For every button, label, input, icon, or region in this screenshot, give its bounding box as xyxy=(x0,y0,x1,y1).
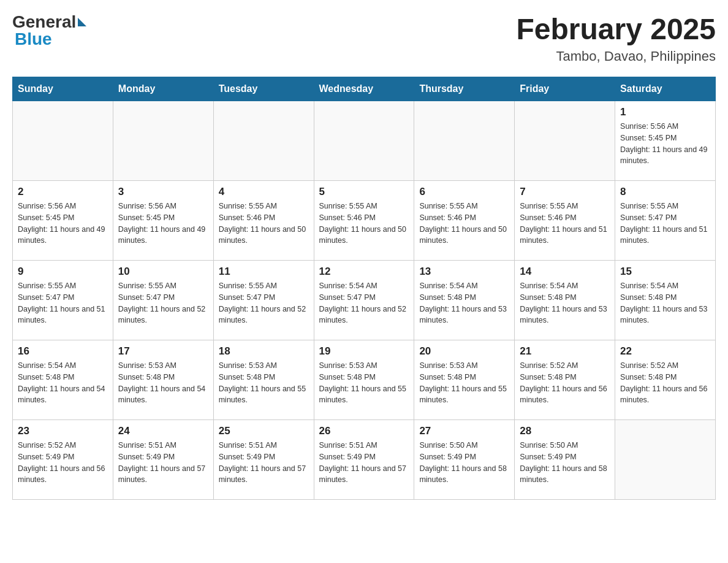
calendar-cell: 4Sunrise: 5:55 AM Sunset: 5:46 PM Daylig… xyxy=(213,181,314,261)
day-number: 1 xyxy=(620,106,710,118)
calendar-table: Sunday Monday Tuesday Wednesday Thursday… xyxy=(12,77,716,500)
day-info: Sunrise: 5:55 AM Sunset: 5:47 PM Dayligh… xyxy=(219,280,309,326)
day-number: 21 xyxy=(520,345,610,358)
calendar-cell: 6Sunrise: 5:55 AM Sunset: 5:46 PM Daylig… xyxy=(414,181,515,261)
day-info: Sunrise: 5:51 AM Sunset: 5:49 PM Dayligh… xyxy=(219,440,309,486)
header-wednesday: Wednesday xyxy=(314,77,414,101)
header-friday: Friday xyxy=(515,77,615,101)
calendar-cell: 20Sunrise: 5:53 AM Sunset: 5:48 PM Dayli… xyxy=(414,340,515,420)
day-number: 17 xyxy=(118,345,208,358)
day-number: 26 xyxy=(319,425,409,437)
calendar-cell: 25Sunrise: 5:51 AM Sunset: 5:49 PM Dayli… xyxy=(213,420,314,500)
calendar-cell: 27Sunrise: 5:50 AM Sunset: 5:49 PM Dayli… xyxy=(414,420,515,500)
day-info: Sunrise: 5:56 AM Sunset: 5:45 PM Dayligh… xyxy=(118,201,208,247)
day-info: Sunrise: 5:53 AM Sunset: 5:48 PM Dayligh… xyxy=(419,360,509,406)
day-info: Sunrise: 5:53 AM Sunset: 5:48 PM Dayligh… xyxy=(118,360,208,406)
day-number: 4 xyxy=(219,186,309,198)
calendar-week-row: 2Sunrise: 5:56 AM Sunset: 5:45 PM Daylig… xyxy=(13,181,716,261)
calendar-cell: 28Sunrise: 5:50 AM Sunset: 5:49 PM Dayli… xyxy=(515,420,615,500)
calendar-cell: 15Sunrise: 5:54 AM Sunset: 5:48 PM Dayli… xyxy=(615,261,716,340)
day-number: 19 xyxy=(319,345,409,358)
day-number: 20 xyxy=(419,345,509,358)
day-number: 9 xyxy=(18,266,108,278)
day-number: 11 xyxy=(219,266,309,278)
day-number: 16 xyxy=(18,345,108,358)
day-number: 5 xyxy=(319,186,409,198)
calendar-cell: 16Sunrise: 5:54 AM Sunset: 5:48 PM Dayli… xyxy=(13,340,113,420)
calendar-cell: 3Sunrise: 5:56 AM Sunset: 5:45 PM Daylig… xyxy=(113,181,213,261)
calendar-week-row: 9Sunrise: 5:55 AM Sunset: 5:47 PM Daylig… xyxy=(13,261,716,340)
day-info: Sunrise: 5:52 AM Sunset: 5:49 PM Dayligh… xyxy=(18,440,108,486)
day-number: 8 xyxy=(620,186,710,198)
day-info: Sunrise: 5:55 AM Sunset: 5:46 PM Dayligh… xyxy=(419,201,509,247)
day-info: Sunrise: 5:51 AM Sunset: 5:49 PM Dayligh… xyxy=(118,440,208,486)
calendar-cell: 11Sunrise: 5:55 AM Sunset: 5:47 PM Dayli… xyxy=(213,261,314,340)
day-info: Sunrise: 5:52 AM Sunset: 5:48 PM Dayligh… xyxy=(620,360,710,406)
day-number: 10 xyxy=(118,266,208,278)
calendar-cell xyxy=(314,101,414,181)
header-thursday: Thursday xyxy=(414,77,515,101)
day-info: Sunrise: 5:54 AM Sunset: 5:48 PM Dayligh… xyxy=(620,280,710,326)
header-monday: Monday xyxy=(113,77,213,101)
title-area: February 2025 Tambo, Davao, Philippines xyxy=(516,12,716,64)
calendar-week-row: 1Sunrise: 5:56 AM Sunset: 5:45 PM Daylig… xyxy=(13,101,716,181)
day-number: 23 xyxy=(18,425,108,437)
header-tuesday: Tuesday xyxy=(213,77,314,101)
calendar-week-row: 16Sunrise: 5:54 AM Sunset: 5:48 PM Dayli… xyxy=(13,340,716,420)
day-number: 28 xyxy=(520,425,610,437)
day-info: Sunrise: 5:53 AM Sunset: 5:48 PM Dayligh… xyxy=(319,360,409,406)
calendar-cell: 9Sunrise: 5:55 AM Sunset: 5:47 PM Daylig… xyxy=(13,261,113,340)
logo: General Blue xyxy=(12,12,86,49)
calendar-cell xyxy=(615,420,716,500)
day-number: 15 xyxy=(620,266,710,278)
day-number: 13 xyxy=(419,266,509,278)
day-info: Sunrise: 5:54 AM Sunset: 5:48 PM Dayligh… xyxy=(520,280,610,326)
calendar-cell: 2Sunrise: 5:56 AM Sunset: 5:45 PM Daylig… xyxy=(13,181,113,261)
calendar-cell: 8Sunrise: 5:55 AM Sunset: 5:47 PM Daylig… xyxy=(615,181,716,261)
calendar-cell: 24Sunrise: 5:51 AM Sunset: 5:49 PM Dayli… xyxy=(113,420,213,500)
day-info: Sunrise: 5:51 AM Sunset: 5:49 PM Dayligh… xyxy=(319,440,409,486)
calendar-cell xyxy=(414,101,515,181)
calendar-cell: 12Sunrise: 5:54 AM Sunset: 5:47 PM Dayli… xyxy=(314,261,414,340)
day-number: 7 xyxy=(520,186,610,198)
weekday-header-row: Sunday Monday Tuesday Wednesday Thursday… xyxy=(13,77,716,101)
day-info: Sunrise: 5:50 AM Sunset: 5:49 PM Dayligh… xyxy=(419,440,509,486)
day-info: Sunrise: 5:54 AM Sunset: 5:47 PM Dayligh… xyxy=(319,280,409,326)
day-info: Sunrise: 5:55 AM Sunset: 5:47 PM Dayligh… xyxy=(18,280,108,326)
calendar-cell: 10Sunrise: 5:55 AM Sunset: 5:47 PM Dayli… xyxy=(113,261,213,340)
page-header: General Blue February 2025 Tambo, Davao,… xyxy=(12,12,716,64)
day-info: Sunrise: 5:55 AM Sunset: 5:46 PM Dayligh… xyxy=(219,201,309,247)
calendar-cell xyxy=(13,101,113,181)
calendar-cell: 17Sunrise: 5:53 AM Sunset: 5:48 PM Dayli… xyxy=(113,340,213,420)
calendar-cell xyxy=(213,101,314,181)
day-info: Sunrise: 5:55 AM Sunset: 5:46 PM Dayligh… xyxy=(319,201,409,247)
calendar-cell: 5Sunrise: 5:55 AM Sunset: 5:46 PM Daylig… xyxy=(314,181,414,261)
calendar-cell: 23Sunrise: 5:52 AM Sunset: 5:49 PM Dayli… xyxy=(13,420,113,500)
day-info: Sunrise: 5:56 AM Sunset: 5:45 PM Dayligh… xyxy=(620,121,710,167)
day-info: Sunrise: 5:50 AM Sunset: 5:49 PM Dayligh… xyxy=(520,440,610,486)
logo-blue-text: Blue xyxy=(12,29,52,49)
calendar-cell: 14Sunrise: 5:54 AM Sunset: 5:48 PM Dayli… xyxy=(515,261,615,340)
day-number: 3 xyxy=(118,186,208,198)
day-info: Sunrise: 5:53 AM Sunset: 5:48 PM Dayligh… xyxy=(219,360,309,406)
logo-triangle-icon xyxy=(78,18,86,26)
day-info: Sunrise: 5:52 AM Sunset: 5:48 PM Dayligh… xyxy=(520,360,610,406)
calendar-week-row: 23Sunrise: 5:52 AM Sunset: 5:49 PM Dayli… xyxy=(13,420,716,500)
calendar-cell: 1Sunrise: 5:56 AM Sunset: 5:45 PM Daylig… xyxy=(615,101,716,181)
day-info: Sunrise: 5:55 AM Sunset: 5:47 PM Dayligh… xyxy=(118,280,208,326)
day-number: 14 xyxy=(520,266,610,278)
calendar-cell xyxy=(515,101,615,181)
calendar-cell xyxy=(113,101,213,181)
calendar-cell: 22Sunrise: 5:52 AM Sunset: 5:48 PM Dayli… xyxy=(615,340,716,420)
day-number: 2 xyxy=(18,186,108,198)
day-number: 18 xyxy=(219,345,309,358)
calendar-cell: 7Sunrise: 5:55 AM Sunset: 5:46 PM Daylig… xyxy=(515,181,615,261)
day-info: Sunrise: 5:55 AM Sunset: 5:47 PM Dayligh… xyxy=(620,201,710,247)
header-saturday: Saturday xyxy=(615,77,716,101)
day-info: Sunrise: 5:54 AM Sunset: 5:48 PM Dayligh… xyxy=(419,280,509,326)
month-title: February 2025 xyxy=(516,12,716,46)
day-number: 25 xyxy=(219,425,309,437)
location-title: Tambo, Davao, Philippines xyxy=(516,48,716,64)
calendar-cell: 19Sunrise: 5:53 AM Sunset: 5:48 PM Dayli… xyxy=(314,340,414,420)
calendar-cell: 13Sunrise: 5:54 AM Sunset: 5:48 PM Dayli… xyxy=(414,261,515,340)
